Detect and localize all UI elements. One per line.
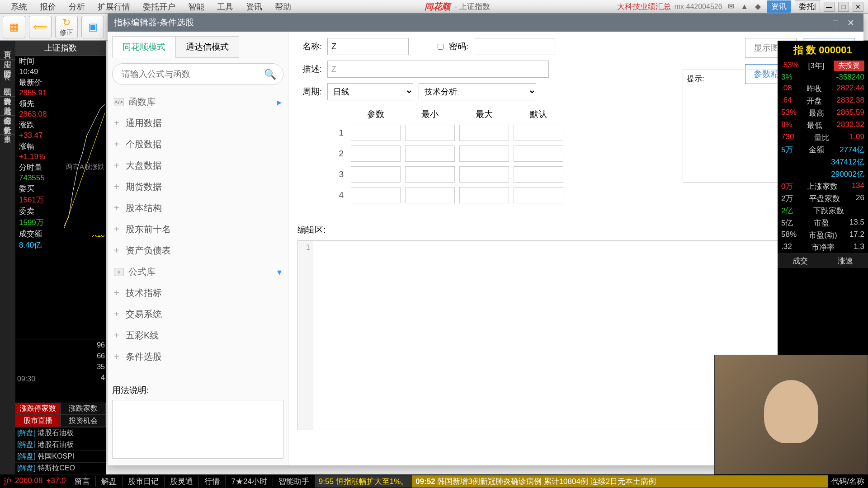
tree-header-functions[interactable]: </>函数库▸ bbox=[112, 91, 283, 113]
param-2-max[interactable] bbox=[459, 145, 509, 162]
param-4-min[interactable] bbox=[405, 187, 455, 203]
param-4-max[interactable] bbox=[459, 187, 509, 203]
nav-bid[interactable]: 竞价分析 bbox=[0, 116, 15, 125]
dialog-titlebar[interactable]: 指标编辑器-条件选股 □ ✕ bbox=[108, 14, 863, 32]
seg[interactable]: 行情 bbox=[199, 476, 226, 487]
tab-updown[interactable]: 涨跌停家数 bbox=[15, 403, 61, 415]
menu-smart[interactable]: 智能 bbox=[182, 1, 211, 12]
seg[interactable]: 股灵通 bbox=[165, 476, 199, 487]
period-select[interactable]: 日线 bbox=[327, 83, 413, 100]
news-ticker-1[interactable]: 9:55 恒指涨幅扩大至1%。 bbox=[315, 475, 412, 488]
param-3-max[interactable] bbox=[459, 166, 509, 183]
tab-tdx-mode[interactable]: 通达信模式 bbox=[175, 36, 239, 58]
nav-more[interactable]: 更多 bbox=[0, 125, 15, 135]
rp-tab-speed[interactable]: 涨速 bbox=[823, 254, 868, 268]
seg[interactable]: 股市日记 bbox=[123, 476, 165, 487]
maximize-button[interactable]: □ bbox=[838, 2, 849, 12]
index-header[interactable]: 上证指数 bbox=[15, 41, 106, 56]
param-2-def[interactable] bbox=[514, 145, 563, 162]
password-input[interactable] bbox=[474, 38, 555, 55]
tree-node[interactable]: +股本结构 bbox=[112, 197, 283, 219]
dialog-maximize-icon[interactable]: □ bbox=[829, 17, 842, 28]
mail-icon[interactable]: ✉ bbox=[726, 2, 736, 12]
param-1-name[interactable] bbox=[351, 125, 401, 141]
news-item[interactable]: [解盘] 特斯拉CEO bbox=[15, 463, 106, 474]
menu-help[interactable]: 帮助 bbox=[269, 1, 297, 12]
tab-live[interactable]: 股市直播 bbox=[15, 415, 61, 427]
param-3-def[interactable] bbox=[514, 166, 563, 183]
param-1-def[interactable] bbox=[514, 125, 563, 141]
tree-node[interactable]: +期货数据 bbox=[112, 176, 283, 197]
shield-icon[interactable]: ◆ bbox=[753, 2, 763, 12]
usage-textarea[interactable] bbox=[112, 400, 283, 459]
menu-tools[interactable]: 工具 bbox=[211, 1, 240, 12]
tab-opp[interactable]: 投资机会 bbox=[61, 415, 106, 427]
tree-node[interactable]: +五彩K线 bbox=[112, 325, 283, 346]
tree-header-formulas[interactable]: ≡公式库▾ bbox=[112, 261, 283, 282]
param-1-min[interactable] bbox=[405, 125, 455, 141]
formula-search-input[interactable] bbox=[112, 63, 283, 85]
dialog-close-icon[interactable]: ✕ bbox=[844, 17, 857, 28]
self-button[interactable]: ▣ bbox=[81, 16, 104, 38]
nav-watchlist[interactable]: 自选股 bbox=[0, 97, 15, 106]
nav-app[interactable]: 应用 bbox=[0, 50, 15, 60]
param-3-min[interactable] bbox=[405, 166, 455, 183]
param-2-name[interactable] bbox=[351, 145, 401, 162]
rp-tab-deal[interactable]: 成交 bbox=[778, 254, 823, 268]
menu-system[interactable]: 系统 bbox=[5, 1, 33, 12]
param-1-max[interactable] bbox=[459, 125, 509, 141]
tree-node[interactable]: +条件选股 bbox=[112, 346, 283, 367]
category-select[interactable]: 技术分析 bbox=[419, 83, 536, 100]
minimize-button[interactable]: — bbox=[824, 2, 835, 12]
menu-ext-market[interactable]: 扩展行情 bbox=[91, 1, 137, 12]
param-2-min[interactable] bbox=[405, 145, 455, 162]
back-button[interactable]: ⟸ bbox=[29, 16, 52, 38]
tab-ths-mode[interactable]: 同花顺模式 bbox=[112, 36, 176, 58]
seg[interactable]: 智能助手 bbox=[273, 476, 315, 487]
param-3-name[interactable] bbox=[351, 166, 401, 183]
nav-market[interactable]: 大盘资料 bbox=[0, 87, 15, 97]
tree-node[interactable]: +股东前十名 bbox=[112, 219, 283, 240]
leading-label: 领先 bbox=[19, 99, 34, 109]
tree-node[interactable]: +交易系统 bbox=[112, 304, 283, 325]
triangle-icon[interactable]: ▲ bbox=[740, 2, 750, 12]
app-icon-button[interactable]: ▦ bbox=[3, 16, 25, 38]
menu-news[interactable]: 资讯 bbox=[240, 1, 269, 12]
tree-node[interactable]: +技术指标 bbox=[112, 282, 283, 304]
nav-timechart[interactable]: 分时图 bbox=[0, 60, 15, 69]
bottom-index[interactable]: 沪2060.08+37.0 bbox=[0, 476, 69, 487]
news-ticker-2[interactable]: 09:52 韩国新增3例新冠肺炎确诊病例 累计10804例 连续2日无本土病例 bbox=[412, 475, 828, 488]
volume-chart[interactable]: 96 66 35 4 09:30 bbox=[15, 339, 106, 384]
menu-analysis[interactable]: 分析 bbox=[62, 1, 91, 12]
search-icon[interactable]: 🔍 bbox=[264, 69, 276, 80]
news-item[interactable]: [解盘] 港股石油板 bbox=[15, 427, 106, 439]
menu-quote[interactable]: 报价 bbox=[33, 1, 62, 12]
param-4-def[interactable] bbox=[514, 187, 563, 203]
menu-open-account[interactable]: 委托开户 bbox=[137, 1, 182, 12]
tree-node[interactable]: +通用数据 bbox=[112, 113, 283, 134]
param-4-name[interactable] bbox=[351, 187, 401, 203]
desc-input[interactable] bbox=[327, 61, 549, 78]
seg[interactable]: 留言 bbox=[69, 476, 96, 487]
nav-rank[interactable]: 综合排名 bbox=[0, 106, 15, 116]
nav-home[interactable]: 首页 bbox=[0, 41, 15, 50]
tab-upfam[interactable]: 涨跌家数 bbox=[61, 403, 106, 415]
code-search[interactable]: 代码/名称 bbox=[828, 476, 868, 487]
nav-kline[interactable]: K线图 bbox=[0, 69, 15, 87]
news-item[interactable]: [解盘] 韩国KOSPI bbox=[15, 451, 106, 463]
go-invest-button[interactable]: 去投资 bbox=[834, 61, 864, 71]
tree-node[interactable]: +个股数据 bbox=[112, 134, 283, 155]
tree-node[interactable]: +大盘数据 bbox=[112, 155, 283, 176]
marquee-title[interactable]: 大科技业绩汇总 bbox=[617, 1, 671, 12]
seg[interactable]: 7★24小时 bbox=[226, 476, 273, 487]
mini-chart[interactable]: 两市A股涨跌 bbox=[64, 99, 105, 235]
tree-node[interactable]: +资产负债表 bbox=[112, 240, 283, 261]
seg[interactable]: 解盘 bbox=[96, 476, 123, 487]
news-item[interactable]: [解盘] 港股石油板 bbox=[15, 439, 106, 451]
fix-button[interactable]: ↻修正 bbox=[55, 16, 78, 38]
entrust-button[interactable]: 委托| bbox=[795, 0, 820, 13]
close-button[interactable]: ✕ bbox=[853, 2, 863, 12]
info-button[interactable]: 资讯 bbox=[767, 0, 791, 13]
name-input[interactable] bbox=[327, 38, 409, 55]
password-checkbox[interactable] bbox=[438, 44, 443, 50]
